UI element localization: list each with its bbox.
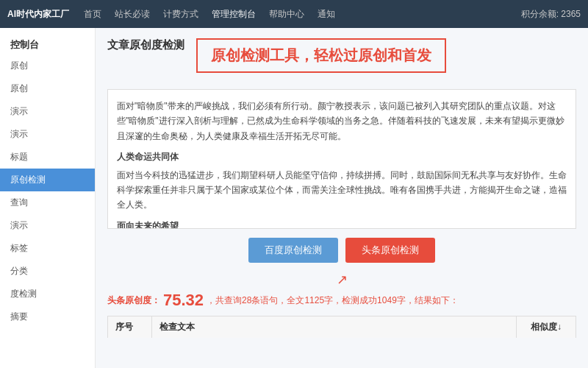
nav-station[interactable]: 站长必读 [115, 8, 150, 21]
top-nav: AI时代内家工厂 首页 站长必读 计费方式 管理控制台 帮助中心 通知 积分余额… [0, 0, 588, 28]
sidebar-item-0[interactable]: 原创 [0, 54, 95, 77]
points-display: 积分余额: 2365 [521, 8, 581, 21]
logo: AI时代内家工厂 [7, 8, 69, 21]
result-label: 头条原创度： [107, 294, 160, 307]
sidebar-item-9[interactable]: 分类 [0, 260, 95, 283]
sidebar-item-8[interactable]: 标签 [0, 237, 95, 260]
sidebar-item-origincheck[interactable]: 原创检测 [0, 169, 95, 191]
baidu-check-button[interactable]: 百度原创检测 [248, 238, 338, 263]
sidebar: 控制台 原创 原创 演示 演示 标题 原创检测 查询 演示 标签 分类 度检测 … [0, 28, 96, 368]
nav-notify[interactable]: 通知 [318, 8, 335, 21]
sidebar-item-7[interactable]: 演示 [0, 214, 95, 237]
sidebar-item-11[interactable]: 摘要 [0, 305, 95, 328]
toutiao-check-button[interactable]: 头条原创检测 [345, 238, 435, 263]
nav-dashboard[interactable]: 管理控制台 [212, 8, 256, 21]
sidebar-item-1[interactable]: 原创 [0, 77, 95, 100]
sidebar-item-2[interactable]: 演示 [0, 100, 95, 123]
article-para-0: 面对"暗物质"带来的严峻挑战，我们必须有所行动。颜宁教授表示，该问题已被列入其研… [117, 99, 567, 144]
buttons-row: 百度原创检测 头条原创检测 [107, 238, 576, 263]
nav-billing[interactable]: 计费方式 [163, 8, 198, 21]
main-layout: 控制台 原创 原创 演示 演示 标题 原创检测 查询 演示 标签 分类 度检测 … [0, 28, 588, 368]
table-col-text: 检查文本 [152, 316, 517, 338]
banner-text: 原创检测工具，轻松过原创和首发 [196, 38, 446, 73]
nav-items: 首页 站长必读 计费方式 管理控制台 帮助中心 通知 [84, 8, 521, 21]
article-title-3: 面向未来的希望 [117, 219, 567, 229]
sidebar-item-6[interactable]: 查询 [0, 191, 95, 214]
sidebar-item-10[interactable]: 度检测 [0, 283, 95, 305]
section-title: 文章原创度检测 [107, 38, 184, 52]
article-para-2: 面对当今科技的迅猛进步，我们期望科研人员能坚守信仰，持续拼搏。同时，鼓励国际间无… [117, 168, 567, 213]
sidebar-item-3[interactable]: 演示 [0, 123, 95, 146]
table-col-seq: 序号 [108, 316, 152, 338]
article-title-1: 人类命运共同体 [117, 149, 567, 164]
result-row: 头条原创度： 75.32 ，共查询28条语句，全文1125字，检测成功1049字… [107, 291, 576, 310]
table-col-sim: 相似度↓ [517, 316, 576, 338]
result-detail: ，共查询28条语句，全文1125字，检测成功1049字，结果如下： [207, 294, 459, 307]
sidebar-item-4[interactable]: 标题 [0, 146, 95, 169]
table-header: 序号 检查文本 相似度↓ [107, 316, 576, 338]
arrow-indicator: ↗ [107, 272, 576, 288]
article-box[interactable]: 面对"暗物质"带来的严峻挑战，我们必须有所行动。颜宁教授表示，该问题已被列入其研… [107, 89, 576, 229]
result-score: 75.32 [163, 291, 204, 310]
sidebar-title: 控制台 [0, 34, 95, 54]
nav-home[interactable]: 首页 [84, 8, 101, 21]
content-area: 文章原创度检测 原创检测工具，轻松过原创和首发 面对"暗物质"带来的严峻挑战，我… [96, 28, 588, 368]
nav-help[interactable]: 帮助中心 [269, 8, 304, 21]
